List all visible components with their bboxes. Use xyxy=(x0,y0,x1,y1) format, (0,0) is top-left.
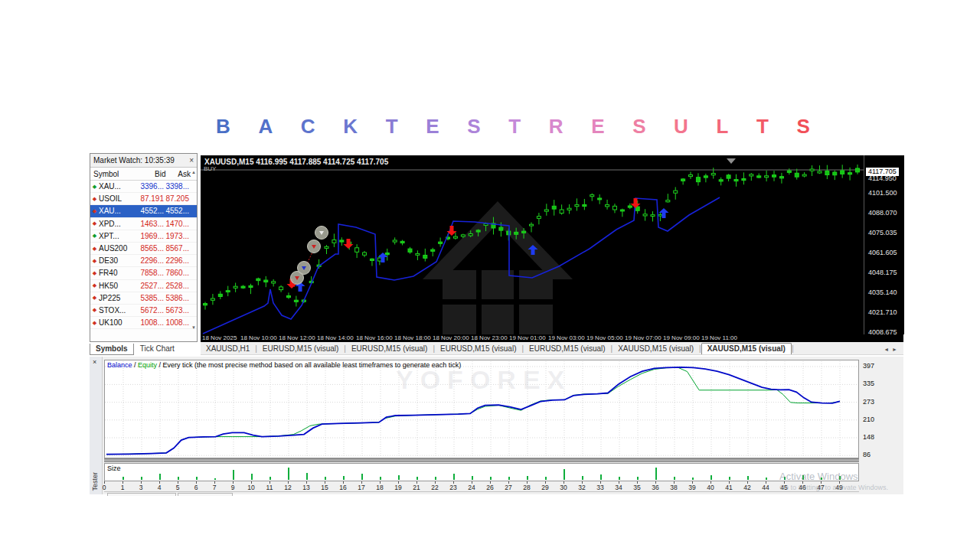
symbol-name: DE30 xyxy=(99,256,135,265)
symbol-row[interactable]: ◆ FR40 7858... 7860... xyxy=(90,267,197,279)
symbol-row[interactable]: ◆ XAU... 4552... 4552... xyxy=(90,205,197,217)
trade-number-label: 16 xyxy=(339,484,346,491)
price-axis-label: 4088.070 xyxy=(868,209,897,217)
chart-tab[interactable]: EURUSD,M15 (visual) xyxy=(524,344,610,354)
title-letter: T xyxy=(756,115,769,139)
legend-sep: / xyxy=(157,361,163,369)
ask-value: 1008... xyxy=(164,318,195,327)
title-letter: E xyxy=(426,115,439,139)
symbol-name: FR40 xyxy=(99,269,135,277)
trade-number-label: 21 xyxy=(413,484,420,491)
chart-tab-bar: XAUUSD,H1 | EURUSD,M15 (visual) | EURUSD… xyxy=(201,342,903,355)
trade-number-label: 12 xyxy=(284,484,291,491)
trade-number-label: 44 xyxy=(762,484,769,491)
symbol-direction-icon: ◆ xyxy=(90,184,99,190)
trade-number-label: 34 xyxy=(615,484,622,491)
legend-method: Every tick (the most precise method base… xyxy=(163,361,462,369)
ask-value: 87.205 xyxy=(164,194,195,203)
trade-size-bars xyxy=(105,464,858,481)
balance-y-label: 335 xyxy=(863,380,874,387)
panel-splitter[interactable] xyxy=(104,458,859,462)
symbol-row[interactable]: ◆ XAU... 3396... 3398... xyxy=(90,181,197,193)
ask-value: 1973... xyxy=(164,232,195,240)
scroll-down-icon[interactable]: ▼ xyxy=(191,325,196,330)
trade-number-label: 30 xyxy=(560,484,567,491)
backtest-results-page: BACKTESTRESULTS Market Watch: 10:35:39 ×… xyxy=(0,0,980,551)
symbol-row[interactable]: ◆ DE30 2296... 2296... xyxy=(90,255,197,267)
title-letter: C xyxy=(301,115,315,139)
tester-tab-partial[interactable] xyxy=(107,493,176,496)
trade-number-label: 19 xyxy=(394,484,401,491)
ask-value: 7860... xyxy=(164,269,195,277)
symbol-name: XPT... xyxy=(99,232,135,240)
title-letter: B xyxy=(216,115,230,139)
title-letter: T xyxy=(386,115,398,139)
trade-number-label: 1 xyxy=(121,484,125,491)
trade-number-label: 40 xyxy=(707,484,714,491)
tester-panel-label[interactable]: Tester xyxy=(91,472,99,491)
price-chart-plot[interactable]: XAUUSD,M15 4116.995 4117.885 4114.725 41… xyxy=(201,155,864,334)
symbol-row[interactable]: ◆ UK100 1008... 1008... xyxy=(90,317,197,329)
symbol-row[interactable]: ◆ US30 4654... 4654... xyxy=(90,329,197,331)
ask-value: 2296... xyxy=(164,256,195,265)
trade-number-label: 13 xyxy=(302,484,309,491)
symbol-row[interactable]: ◆ JP225 5385... 5386... xyxy=(90,292,197,305)
symbol-direction-icon: ◆ xyxy=(90,220,99,227)
tab-scroll-left-icon[interactable]: ◄ xyxy=(884,347,892,352)
buy-line-label: BUY xyxy=(204,165,216,172)
symbol-row[interactable]: ◆ XPD... 1463... 1470... xyxy=(90,218,197,230)
candlestick-chart[interactable] xyxy=(201,155,864,334)
time-axis: 18 Nov 202518 Nov 10:0018 Nov 12:0018 No… xyxy=(201,334,903,342)
chart-tab[interactable]: EURUSD,M15 (visual) xyxy=(257,344,344,354)
trade-number-label: 7 xyxy=(213,484,217,491)
title-letter: R xyxy=(549,115,564,139)
chart-tab[interactable]: XAUUSD,H1 xyxy=(201,344,255,354)
chart-tab[interactable]: EURUSD,M15 (visual) xyxy=(435,344,521,354)
time-axis-label: 18 Nov 20:00 xyxy=(433,334,469,341)
tester-sidebar: × Tester xyxy=(90,357,103,494)
time-axis-label: 19 Nov 11:00 xyxy=(701,334,737,341)
legend-balance: Balance xyxy=(107,361,132,369)
time-axis-label: 18 Nov 18:00 xyxy=(394,334,431,341)
close-icon[interactable]: × xyxy=(189,157,194,165)
balance-y-label: 210 xyxy=(863,416,874,423)
market-watch-list: ◆ XAU... 3396... 3398... ◆ USOIL 87.191 … xyxy=(90,181,197,331)
trade-number-label: 3 xyxy=(139,484,143,491)
symbol-direction-icon: ◆ xyxy=(90,307,99,313)
tab-scroll-right-icon[interactable]: ► xyxy=(892,347,900,352)
time-axis-label: 19 Nov 07:00 xyxy=(625,334,662,341)
market-watch-tabs: Symbols Tick Chart xyxy=(90,342,198,355)
market-watch-tab[interactable]: Tick Chart xyxy=(134,343,181,355)
legend-sep: / xyxy=(132,361,139,369)
symbol-row[interactable]: ◆ USOIL 87.191 87.205 xyxy=(90,193,197,205)
chart-tab[interactable]: EURUSD,M15 (visual) xyxy=(346,344,433,354)
market-watch-tab[interactable]: Symbols xyxy=(90,344,134,355)
trade-number-label: 5 xyxy=(176,484,180,491)
close-icon[interactable]: × xyxy=(93,358,96,366)
balance-y-axis: 39733527321014886 xyxy=(861,360,900,457)
bid-value: 1008... xyxy=(135,318,164,327)
balance-y-label: 86 xyxy=(863,451,871,458)
bid-value: 2527... xyxy=(135,282,164,290)
symbol-row[interactable]: ◆ XPT... 1969... 1973... xyxy=(90,230,197,243)
chart-tab[interactable]: XAUUSD,M15 (visual) xyxy=(612,344,699,354)
symbol-row[interactable]: ◆ HK50 2527... 2528... xyxy=(90,280,197,292)
chart-tab[interactable]: XAUUSD,M15 (visual) xyxy=(701,343,792,354)
trade-number-label: 10 xyxy=(247,484,254,491)
symbol-direction-icon: ◆ xyxy=(90,258,99,264)
price-chart-panel[interactable]: XAUUSD,M15 4116.995 4117.885 4114.725 41… xyxy=(201,155,903,342)
tester-tab-partial[interactable] xyxy=(178,493,233,496)
symbol-name: XPD... xyxy=(99,220,135,228)
trade-number-label: 38 xyxy=(670,484,677,491)
price-axis-label: 4101.500 xyxy=(868,189,897,197)
symbol-row[interactable]: ◆ STOX... 5672... 5673... xyxy=(90,305,197,317)
trade-number-label: 11 xyxy=(266,484,273,491)
scroll-up-icon[interactable]: ▲ xyxy=(191,170,196,174)
title-letter: K xyxy=(343,115,358,139)
symbol-name: UK100 xyxy=(99,318,135,327)
tab-scroll-arrows[interactable]: ◄► xyxy=(884,347,900,352)
activate-windows-subtext: Go to Settings to activate Windows. xyxy=(779,484,888,491)
symbol-direction-icon: ◆ xyxy=(90,295,99,301)
symbol-row[interactable]: ◆ AUS200 8565... 8567... xyxy=(90,243,197,255)
symbol-direction-icon: ◆ xyxy=(90,320,99,326)
